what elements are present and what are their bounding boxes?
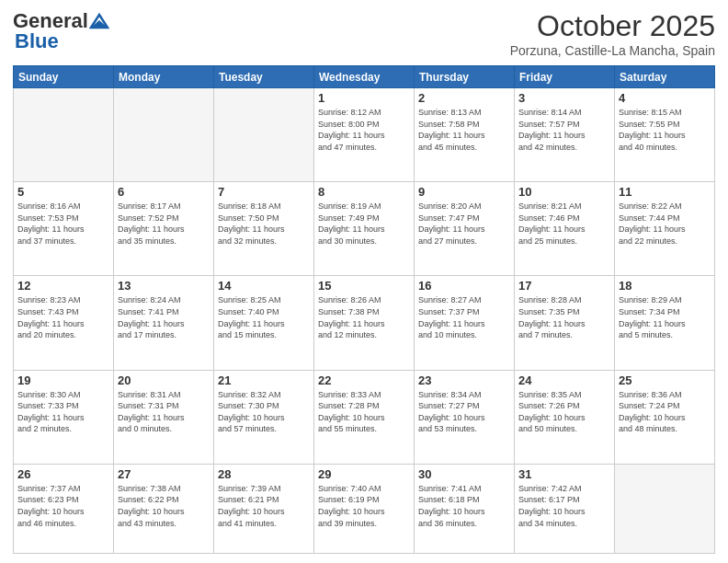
- day-number: 27: [118, 467, 210, 481]
- header-saturday: Saturday: [615, 66, 715, 88]
- day-number: 5: [17, 185, 109, 199]
- day-number: 4: [619, 91, 711, 105]
- logo-blue-text: Blue: [15, 29, 59, 53]
- calendar-cell: 28Sunrise: 7:39 AM Sunset: 6:21 PM Dayli…: [214, 464, 314, 553]
- calendar-cell: 6Sunrise: 8:17 AM Sunset: 7:52 PM Daylig…: [114, 182, 214, 276]
- day-number: 24: [518, 373, 610, 387]
- day-number: 18: [619, 279, 711, 293]
- day-number: 9: [418, 185, 510, 199]
- day-number: 12: [17, 279, 109, 293]
- calendar-cell: 2Sunrise: 8:13 AM Sunset: 7:58 PM Daylig…: [415, 88, 515, 182]
- header-tuesday: Tuesday: [214, 66, 314, 88]
- day-number: 1: [318, 91, 410, 105]
- calendar-cell: 26Sunrise: 7:37 AM Sunset: 6:23 PM Dayli…: [14, 464, 114, 553]
- calendar-cell: 29Sunrise: 7:40 AM Sunset: 6:19 PM Dayli…: [314, 464, 415, 553]
- day-number: 11: [619, 185, 711, 199]
- day-number: 2: [418, 91, 510, 105]
- calendar-cell: 13Sunrise: 8:24 AM Sunset: 7:41 PM Dayli…: [114, 276, 214, 370]
- calendar-cell: 18Sunrise: 8:29 AM Sunset: 7:34 PM Dayli…: [615, 276, 715, 370]
- location: Porzuna, Castille-La Mancha, Spain: [510, 43, 715, 58]
- logo: General Blue: [13, 9, 109, 53]
- calendar-cell: 20Sunrise: 8:31 AM Sunset: 7:31 PM Dayli…: [114, 370, 214, 464]
- day-number: 16: [418, 279, 510, 293]
- header-sunday: Sunday: [14, 66, 114, 88]
- calendar-cell: 5Sunrise: 8:16 AM Sunset: 7:53 PM Daylig…: [14, 182, 114, 276]
- day-number: 6: [118, 185, 210, 199]
- day-info: Sunrise: 8:33 AM Sunset: 7:28 PM Dayligh…: [318, 389, 410, 435]
- day-info: Sunrise: 7:37 AM Sunset: 6:23 PM Dayligh…: [17, 483, 109, 529]
- day-info: Sunrise: 8:29 AM Sunset: 7:34 PM Dayligh…: [619, 294, 711, 340]
- day-number: 29: [318, 467, 410, 481]
- header: General Blue October 2025 Porzuna, Casti…: [13, 9, 715, 58]
- calendar-cell: 12Sunrise: 8:23 AM Sunset: 7:43 PM Dayli…: [14, 276, 114, 370]
- header-monday: Monday: [114, 66, 214, 88]
- calendar-cell: 16Sunrise: 8:27 AM Sunset: 7:37 PM Dayli…: [415, 276, 515, 370]
- day-info: Sunrise: 8:32 AM Sunset: 7:30 PM Dayligh…: [218, 389, 310, 435]
- day-number: 25: [619, 373, 711, 387]
- calendar-cell: 23Sunrise: 8:34 AM Sunset: 7:27 PM Dayli…: [415, 370, 515, 464]
- calendar-cell: 31Sunrise: 7:42 AM Sunset: 6:17 PM Dayli…: [515, 464, 615, 553]
- calendar-cell: 7Sunrise: 8:18 AM Sunset: 7:50 PM Daylig…: [214, 182, 314, 276]
- day-info: Sunrise: 8:35 AM Sunset: 7:26 PM Dayligh…: [518, 389, 610, 435]
- day-number: 30: [418, 467, 510, 481]
- day-info: Sunrise: 8:19 AM Sunset: 7:49 PM Dayligh…: [318, 201, 410, 247]
- day-number: 3: [518, 91, 610, 105]
- title-block: October 2025 Porzuna, Castille-La Mancha…: [510, 9, 715, 58]
- calendar-cell: 10Sunrise: 8:21 AM Sunset: 7:46 PM Dayli…: [515, 182, 615, 276]
- calendar-cell: 15Sunrise: 8:26 AM Sunset: 7:38 PM Dayli…: [314, 276, 415, 370]
- calendar-cell: 27Sunrise: 7:38 AM Sunset: 6:22 PM Dayli…: [114, 464, 214, 553]
- calendar-cell: 22Sunrise: 8:33 AM Sunset: 7:28 PM Dayli…: [314, 370, 415, 464]
- calendar-cell: 25Sunrise: 8:36 AM Sunset: 7:24 PM Dayli…: [615, 370, 715, 464]
- calendar-cell: 9Sunrise: 8:20 AM Sunset: 7:47 PM Daylig…: [415, 182, 515, 276]
- day-info: Sunrise: 8:31 AM Sunset: 7:31 PM Dayligh…: [118, 389, 210, 435]
- day-info: Sunrise: 7:38 AM Sunset: 6:22 PM Dayligh…: [118, 483, 210, 529]
- day-number: 31: [518, 467, 610, 481]
- calendar-cell: 11Sunrise: 8:22 AM Sunset: 7:44 PM Dayli…: [615, 182, 715, 276]
- day-number: 22: [318, 373, 410, 387]
- day-number: 19: [17, 373, 109, 387]
- calendar-cell: [114, 88, 214, 182]
- calendar-body: 1Sunrise: 8:12 AM Sunset: 8:00 PM Daylig…: [14, 88, 715, 554]
- day-info: Sunrise: 8:25 AM Sunset: 7:40 PM Dayligh…: [218, 294, 310, 340]
- day-info: Sunrise: 8:27 AM Sunset: 7:37 PM Dayligh…: [418, 294, 510, 340]
- day-info: Sunrise: 8:26 AM Sunset: 7:38 PM Dayligh…: [318, 294, 410, 340]
- day-number: 14: [218, 279, 310, 293]
- calendar-cell: 24Sunrise: 8:35 AM Sunset: 7:26 PM Dayli…: [515, 370, 615, 464]
- weekday-header-row: Sunday Monday Tuesday Wednesday Thursday…: [14, 66, 715, 88]
- day-info: Sunrise: 8:28 AM Sunset: 7:35 PM Dayligh…: [518, 294, 610, 340]
- day-info: Sunrise: 8:36 AM Sunset: 7:24 PM Dayligh…: [619, 389, 711, 435]
- calendar-cell: 21Sunrise: 8:32 AM Sunset: 7:30 PM Dayli…: [214, 370, 314, 464]
- day-number: 23: [418, 373, 510, 387]
- day-number: 26: [17, 467, 109, 481]
- calendar-cell: 8Sunrise: 8:19 AM Sunset: 7:49 PM Daylig…: [314, 182, 415, 276]
- calendar-cell: 14Sunrise: 8:25 AM Sunset: 7:40 PM Dayli…: [214, 276, 314, 370]
- day-info: Sunrise: 8:21 AM Sunset: 7:46 PM Dayligh…: [518, 201, 610, 247]
- calendar-cell: [14, 88, 114, 182]
- day-info: Sunrise: 7:39 AM Sunset: 6:21 PM Dayligh…: [218, 483, 310, 529]
- day-number: 10: [518, 185, 610, 199]
- day-info: Sunrise: 8:34 AM Sunset: 7:27 PM Dayligh…: [418, 389, 510, 435]
- day-info: Sunrise: 8:17 AM Sunset: 7:52 PM Dayligh…: [118, 201, 210, 247]
- calendar-cell: 19Sunrise: 8:30 AM Sunset: 7:33 PM Dayli…: [14, 370, 114, 464]
- day-info: Sunrise: 7:42 AM Sunset: 6:17 PM Dayligh…: [518, 483, 610, 529]
- calendar-cell: 3Sunrise: 8:14 AM Sunset: 7:57 PM Daylig…: [515, 88, 615, 182]
- day-info: Sunrise: 7:40 AM Sunset: 6:19 PM Dayligh…: [318, 483, 410, 529]
- month-title: October 2025: [510, 9, 715, 43]
- calendar-cell: 1Sunrise: 8:12 AM Sunset: 8:00 PM Daylig…: [314, 88, 415, 182]
- page: General Blue October 2025 Porzuna, Casti…: [0, 0, 728, 563]
- calendar-table: Sunday Monday Tuesday Wednesday Thursday…: [13, 65, 715, 554]
- day-info: Sunrise: 8:18 AM Sunset: 7:50 PM Dayligh…: [218, 201, 310, 247]
- day-info: Sunrise: 8:20 AM Sunset: 7:47 PM Dayligh…: [418, 201, 510, 247]
- header-thursday: Thursday: [415, 66, 515, 88]
- calendar-cell: 30Sunrise: 7:41 AM Sunset: 6:18 PM Dayli…: [415, 464, 515, 553]
- calendar-cell: [214, 88, 314, 182]
- day-number: 8: [318, 185, 410, 199]
- day-info: Sunrise: 8:16 AM Sunset: 7:53 PM Dayligh…: [17, 201, 109, 247]
- calendar-cell: 4Sunrise: 8:15 AM Sunset: 7:55 PM Daylig…: [615, 88, 715, 182]
- day-number: 13: [118, 279, 210, 293]
- calendar-cell: [615, 464, 715, 553]
- day-info: Sunrise: 8:30 AM Sunset: 7:33 PM Dayligh…: [17, 389, 109, 435]
- header-wednesday: Wednesday: [314, 66, 415, 88]
- day-info: Sunrise: 8:23 AM Sunset: 7:43 PM Dayligh…: [17, 294, 109, 340]
- logo-triangle-icon: [89, 13, 109, 29]
